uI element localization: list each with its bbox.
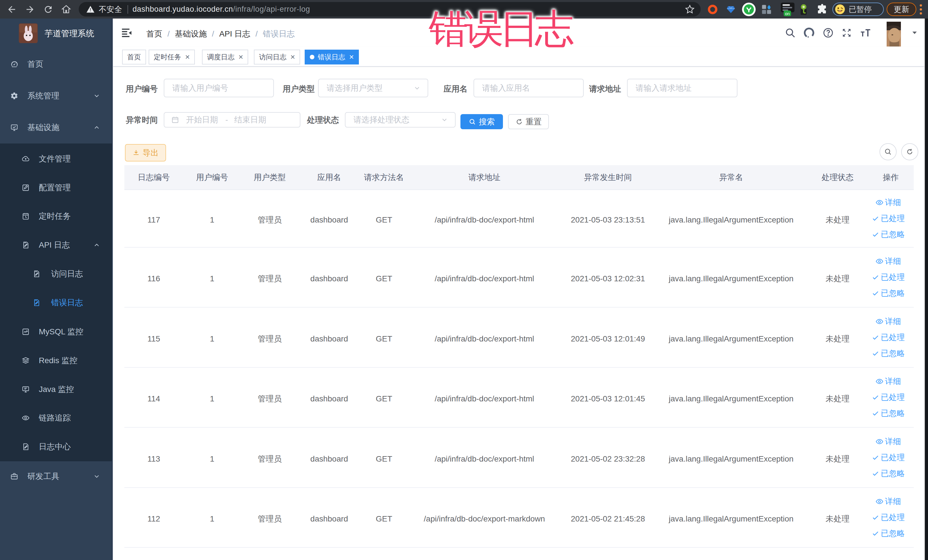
svg-text:on: on (785, 11, 790, 16)
